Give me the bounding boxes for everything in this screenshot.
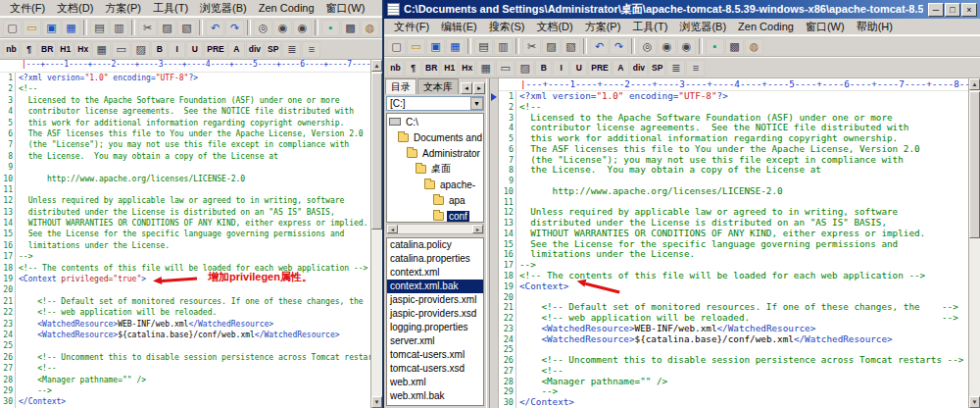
- file-list-item[interactable]: tomcat-users.xsd: [387, 362, 483, 376]
- tree-item[interactable]: 桌面: [387, 161, 483, 177]
- print-preview-icon[interactable]: ▥: [110, 20, 128, 36]
- save-all-icon[interactable]: ▦: [62, 20, 80, 36]
- undo-icon[interactable]: ↶: [590, 38, 609, 55]
- code-line[interactable]: 17-->: [499, 260, 968, 271]
- tab-scroll-right-button[interactable]: ▸: [473, 82, 485, 94]
- find-icon[interactable]: ◎: [638, 38, 657, 55]
- image-icon[interactable]: ▨: [131, 41, 150, 58]
- menu-item[interactable]: 方案(P): [99, 0, 147, 17]
- code-line[interactable]: 28 <Manager pathname="" />: [0, 375, 370, 385]
- code-line[interactable]: 10 http://www.apache.org/licenses/LICENS…: [499, 186, 968, 197]
- menu-item[interactable]: Zen Coding: [253, 1, 320, 15]
- code-line[interactable]: 28 <Manager pathname="" />: [499, 377, 968, 387]
- menu-item[interactable]: 文档(D): [530, 19, 578, 35]
- code-line[interactable]: 1<?xml version="1.0" encoding="UTF-8"?>: [499, 91, 968, 102]
- code-line[interactable]: 30</Context>: [0, 396, 370, 407]
- html-i-button[interactable]: I: [553, 60, 569, 76]
- menu-item[interactable]: 文档(D): [51, 0, 99, 17]
- scroll-left-arrow-icon[interactable]: ◂: [387, 225, 398, 233]
- code-line[interactable]: 15 See the License for the specific lang…: [0, 229, 370, 239]
- menu-item[interactable]: 搜索(S): [483, 19, 531, 35]
- code-line[interactable]: 30</Context>: [499, 397, 968, 408]
- tab-scroll-left-button[interactable]: ◂: [461, 82, 472, 94]
- html-¶-button[interactable]: ¶: [21, 41, 37, 58]
- html-div-button[interactable]: div: [246, 41, 264, 58]
- title-bar[interactable]: C:\Documents and Settings\Administrator\…: [384, 0, 980, 19]
- scroll-thumb[interactable]: [371, 73, 382, 230]
- html-hx-button[interactable]: Hx: [459, 60, 475, 76]
- code-line[interactable]: 2<!--: [0, 83, 370, 94]
- code-line[interactable]: 1<?xml version="1.0" encoding="UTF-8"?>: [0, 73, 370, 83]
- html-b-button[interactable]: B: [535, 60, 552, 76]
- file-list-item[interactable]: logging.properties: [387, 321, 483, 334]
- bullet-list-icon[interactable]: ≣: [666, 60, 685, 76]
- code-line[interactable]: 23 <WatchedResource>WEB-INF/web.xml</Wat…: [499, 324, 968, 334]
- left-code-area[interactable]: 1<?xml version="1.0" encoding="UTF-8"?>2…: [0, 73, 370, 408]
- code-line[interactable]: 13 distributed under the License is dist…: [499, 218, 968, 229]
- code-line[interactable]: 24 <WatchedResource>${catalina.base}/con…: [0, 330, 370, 340]
- code-line[interactable]: 15 See the License for the specific lang…: [499, 239, 968, 250]
- code-line[interactable]: 9: [0, 162, 370, 173]
- tree-item[interactable]: conf: [387, 208, 483, 223]
- code-line[interactable]: 5 this work for additional information r…: [499, 133, 968, 144]
- code-line[interactable]: 6 The ASF licenses this file to You unde…: [499, 144, 968, 155]
- code-line[interactable]: 22 <!-- web application will be reloaded…: [0, 307, 370, 318]
- html-div-button[interactable]: div: [630, 60, 648, 76]
- menu-item[interactable]: 浏览器(B): [673, 19, 732, 35]
- panel-tab[interactable]: 目录: [385, 78, 416, 94]
- code-line[interactable]: 21 <!-- Default set of monitored resourc…: [0, 296, 370, 307]
- copy-icon[interactable]: ▨: [542, 38, 561, 55]
- code-line[interactable]: 4 contributor license agreements. See th…: [0, 106, 370, 117]
- code-line[interactable]: 24 <WatchedResource>${catalina.base}/con…: [499, 334, 968, 345]
- code-line[interactable]: 20: [0, 284, 370, 295]
- cut-icon[interactable]: ✂: [138, 20, 157, 36]
- code-line[interactable]: 22 <!-- web application will be reloaded…: [499, 313, 968, 324]
- file-list-item[interactable]: tomcat-users.xml: [387, 348, 483, 362]
- code-line[interactable]: 19<Context>: [499, 281, 968, 292]
- code-line[interactable]: 10 http://www.apache.org/licenses/LICENS…: [0, 174, 370, 184]
- code-line[interactable]: 11: [0, 184, 370, 195]
- code-line[interactable]: 3 Licensed to the Apache Software Founda…: [0, 95, 370, 106]
- code-line[interactable]: 29 -->: [0, 385, 370, 396]
- table-icon[interactable]: ▦: [92, 41, 111, 58]
- code-line[interactable]: 14 WITHOUT WARRANTIES OR CONDITIONS OF A…: [0, 218, 370, 229]
- code-line[interactable]: 20: [499, 292, 968, 303]
- menu-item[interactable]: 窗口(W): [800, 19, 851, 35]
- html-toolbar-toggle-icon[interactable]: ▩: [341, 20, 360, 36]
- html-h1-button[interactable]: H1: [441, 60, 458, 76]
- menu-item[interactable]: 工具(T): [147, 0, 194, 17]
- new-file-icon[interactable]: ▢: [387, 38, 406, 55]
- code-line[interactable]: 16 limitations under the License.: [499, 249, 968, 260]
- menu-item[interactable]: 方案(P): [579, 19, 627, 35]
- save-icon[interactable]: ▣: [42, 20, 61, 36]
- redo-icon[interactable]: ↷: [610, 38, 628, 55]
- maximize-button[interactable]: □: [945, 3, 960, 17]
- code-line[interactable]: 26 <!-- Uncomment this to disable sessio…: [499, 355, 968, 366]
- code-line[interactable]: 17-->: [0, 251, 370, 262]
- code-line[interactable]: 7 (the "License"); you may not use this …: [0, 139, 370, 150]
- html-br-button[interactable]: BR: [422, 60, 440, 76]
- code-line[interactable]: 4 contributor license agreements. See th…: [499, 123, 968, 133]
- print-icon[interactable]: ▤: [474, 38, 493, 55]
- bookmark-icon[interactable]: ▪: [321, 20, 340, 36]
- code-line[interactable]: 5 this work for additional information r…: [0, 118, 370, 128]
- code-line[interactable]: 11: [499, 197, 968, 208]
- html-h1-button[interactable]: H1: [57, 41, 74, 58]
- code-line[interactable]: 14 WITHOUT WARRANTIES OR CONDITIONS OF A…: [499, 229, 968, 239]
- print-preview-icon[interactable]: ▥: [494, 38, 513, 55]
- tree-item[interactable]: apa: [387, 192, 483, 208]
- file-list-item[interactable]: web.xml: [387, 376, 483, 389]
- table-icon[interactable]: ▦: [476, 60, 495, 76]
- save-all-icon[interactable]: ▦: [446, 38, 465, 55]
- form-icon[interactable]: ▭: [496, 60, 514, 76]
- right-code-area[interactable]: 1<?xml version="1.0" encoding="UTF-8"?>2…: [499, 91, 968, 408]
- menu-item[interactable]: 窗口(W): [320, 0, 371, 17]
- html-u-button[interactable]: U: [186, 41, 203, 58]
- code-line[interactable]: 25: [499, 344, 968, 355]
- drive-selector[interactable]: [C:] ▼: [386, 96, 484, 111]
- code-line[interactable]: 7 (the "License"); you may not use this …: [499, 155, 968, 166]
- scroll-down-arrow-icon[interactable]: ▼: [371, 396, 382, 408]
- right-vertical-scrollbar[interactable]: ▲ ▼: [968, 78, 980, 408]
- file-list-item[interactable]: jaspic-providers.xml: [387, 293, 483, 307]
- left-vertical-scrollbar[interactable]: ▲ ▼: [370, 60, 382, 408]
